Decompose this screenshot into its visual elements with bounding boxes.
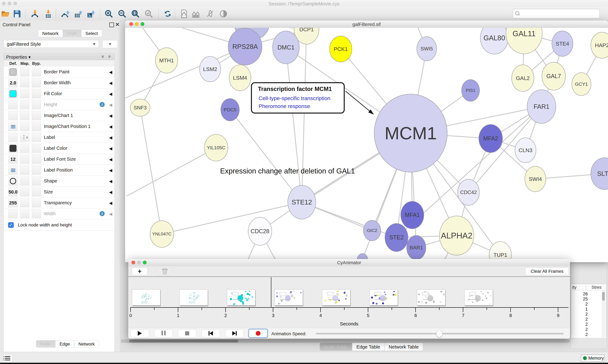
- property-row-border-paint[interactable]: Border Paint◀: [4, 66, 114, 78]
- bypass-cell[interactable]: [32, 144, 41, 153]
- network-node-swi5[interactable]: SWI5: [416, 36, 437, 61]
- tab-node[interactable]: Node: [36, 340, 55, 348]
- table-column-header[interactable]: ity: [572, 285, 577, 290]
- property-row-height[interactable]: Heighti◀: [4, 99, 114, 110]
- default-value-cell[interactable]: [8, 122, 18, 131]
- search-input[interactable]: [513, 9, 600, 18]
- bypass-cell[interactable]: [32, 166, 41, 175]
- previous-frame-button[interactable]: [202, 329, 220, 337]
- collapse-arrow-icon[interactable]: ◀: [109, 146, 112, 151]
- export-network-icon[interactable]: [61, 10, 70, 18]
- network-node-yil105c[interactable]: YIL105C: [204, 134, 228, 161]
- mapping-cell[interactable]: [20, 67, 29, 76]
- collapse-all-icon[interactable]: «: [107, 55, 112, 58]
- property-row-transparency[interactable]: 255Transparency◀: [4, 197, 114, 208]
- collapse-arrow-icon[interactable]: ◀: [109, 179, 112, 184]
- record-button[interactable]: [249, 329, 267, 337]
- import-table-icon[interactable]: [44, 10, 53, 18]
- default-value-cell[interactable]: 255: [8, 198, 18, 207]
- network-node-ste12[interactable]: STE12: [288, 185, 316, 219]
- expand-all-icon[interactable]: »: [100, 55, 106, 58]
- clear-all-frames-button[interactable]: Clear All Frames: [525, 268, 569, 275]
- network-node-mfa1[interactable]: MFA1: [401, 201, 424, 229]
- open-folder-icon[interactable]: [1, 10, 10, 18]
- mapping-cell[interactable]: [20, 78, 29, 87]
- property-row-border-width[interactable]: 2.0Border Width◀: [4, 78, 114, 88]
- collapse-arrow-icon[interactable]: ◀: [109, 103, 112, 107]
- mapping-cell[interactable]: [20, 144, 29, 153]
- property-row-label-color[interactable]: Label Color◀: [4, 143, 114, 154]
- timeline-playhead[interactable]: [271, 277, 271, 308]
- mapping-cell[interactable]: [20, 188, 29, 196]
- mapping-cell[interactable]: [20, 166, 29, 175]
- network-node-pck1[interactable]: PCK1: [329, 36, 352, 62]
- mapping-cell[interactable]: [20, 100, 29, 109]
- tab-network[interactable]: Network: [38, 30, 63, 37]
- network-node-pis1[interactable]: PIS1: [461, 79, 480, 102]
- style-selector[interactable]: galFiltered Style ▼: [4, 40, 99, 48]
- collapse-arrow-icon[interactable]: ◀: [109, 190, 112, 195]
- default-value-cell[interactable]: [8, 144, 18, 153]
- mapping-cell[interactable]: [20, 122, 29, 131]
- add-frame-button[interactable]: +: [132, 268, 147, 275]
- tab-node-table[interactable]: Node Table: [320, 343, 352, 351]
- network-node-gal7[interactable]: GAL7: [542, 62, 566, 91]
- panel-close-icon[interactable]: ✕: [115, 23, 120, 26]
- network-node-snf3[interactable]: SNF3: [130, 99, 150, 117]
- bypass-cell[interactable]: [32, 155, 41, 164]
- bypass-cell[interactable]: [32, 188, 41, 196]
- tab-network[interactable]: Network: [74, 340, 99, 348]
- table-vertical-scrollbar[interactable]: [602, 291, 605, 338]
- default-value-cell[interactable]: [8, 67, 18, 76]
- zoom-selected-icon[interactable]: [144, 10, 153, 18]
- bypass-cell[interactable]: [32, 122, 41, 131]
- bypass-cell[interactable]: [32, 209, 41, 218]
- collapse-arrow-icon[interactable]: ◀: [109, 212, 112, 217]
- network-node-pdc5[interactable]: PDC5: [221, 98, 240, 121]
- tab-select[interactable]: Select: [81, 30, 102, 37]
- bypass-cell[interactable]: [32, 78, 41, 87]
- collapse-arrow-icon[interactable]: ◀: [109, 113, 112, 118]
- frame-thumbnail-0[interactable]: [132, 289, 160, 305]
- bypass-cell[interactable]: [32, 100, 41, 109]
- network-node-dmc1[interactable]: DMC1: [272, 31, 300, 64]
- mapping-cell[interactable]: [20, 111, 29, 120]
- property-row-label-font-size[interactable]: 12Label Font Size◀: [4, 154, 114, 165]
- zoom-out-icon[interactable]: [118, 10, 126, 18]
- stop-button[interactable]: [178, 329, 196, 337]
- table-horizontal-scrollbar[interactable]: [121, 339, 570, 343]
- network-node-cln3[interactable]: CLN3: [515, 138, 536, 163]
- annotation-link[interactable]: Cell-type-specific transcription: [259, 95, 331, 101]
- network-window-titlebar[interactable]: galFiltered.sif: [125, 21, 608, 28]
- lock-checkbox[interactable]: ✓: [8, 222, 14, 228]
- import-network-icon[interactable]: [31, 10, 39, 18]
- network-node-ynl047c[interactable]: YNL047C: [150, 221, 174, 248]
- delete-frame-button[interactable]: [157, 268, 173, 275]
- task-history-button[interactable]: [3, 354, 13, 363]
- property-row-image-chart-position-1[interactable]: Image/Chart Position 1◀: [4, 121, 114, 132]
- collapse-arrow-icon[interactable]: ◀: [109, 168, 112, 173]
- tab-edge-table[interactable]: Edge Table: [352, 343, 385, 351]
- mapping-cell[interactable]: [20, 209, 29, 218]
- network-node-alpha2[interactable]: ALPHA2: [439, 216, 474, 256]
- mapping-cell[interactable]: [20, 177, 29, 185]
- info-icon[interactable]: i: [100, 211, 105, 216]
- collapse-arrow-icon[interactable]: ◀: [109, 91, 112, 96]
- mapping-cell[interactable]: ⋮›: [20, 133, 29, 142]
- mapping-cell[interactable]: [20, 198, 29, 207]
- network-node-cdc28[interactable]: CDC28: [248, 217, 272, 246]
- style-options-button[interactable]: ▼: [102, 40, 118, 48]
- network-node-lsm2[interactable]: LSM2: [199, 56, 221, 82]
- frame-thumbnail-5[interactable]: [369, 289, 398, 305]
- network-node-bar1[interactable]: BAR1: [406, 235, 426, 260]
- tab-network-table[interactable]: Network Table: [385, 343, 423, 351]
- export-table-icon[interactable]: [74, 10, 83, 18]
- export-image-icon[interactable]: [87, 10, 95, 18]
- collapse-arrow-icon[interactable]: ◀: [109, 70, 112, 75]
- property-row-shape[interactable]: Shape◀: [4, 176, 114, 187]
- cyanimator-titlebar[interactable]: CyAnimator: [128, 259, 570, 266]
- collapse-arrow-icon[interactable]: ◀: [109, 81, 112, 86]
- zoom-fit-icon[interactable]: [131, 10, 140, 18]
- play-button[interactable]: [131, 329, 149, 337]
- tab-style[interactable]: Style: [63, 30, 81, 37]
